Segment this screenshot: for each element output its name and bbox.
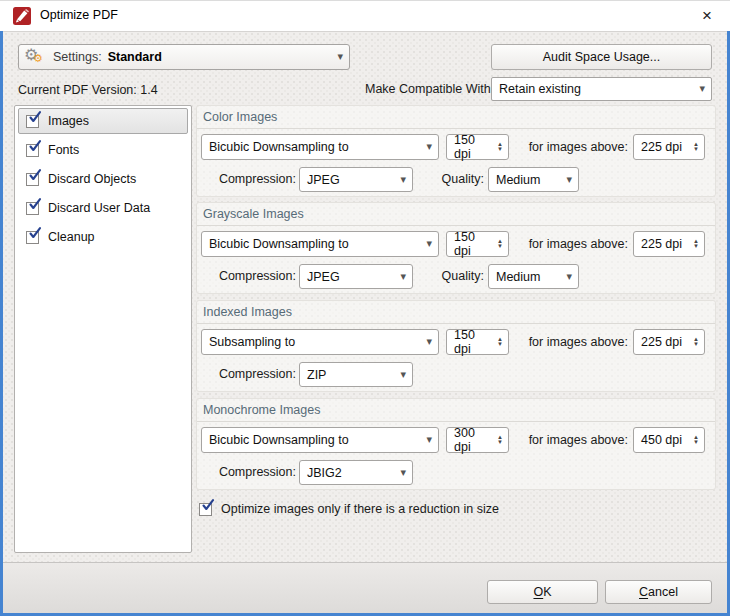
threshold-dpi-spinner[interactable]: 225 dpi ▲▼ — [633, 134, 705, 160]
section-title: Color Images — [203, 110, 277, 124]
separator — [197, 323, 715, 324]
spinner-arrows-icon[interactable]: ▲▼ — [693, 435, 699, 445]
compression-combo[interactable]: JPEG ▾ — [299, 264, 413, 289]
spinner-arrows-icon[interactable]: ▲▼ — [693, 337, 699, 347]
compression-combo[interactable]: JBIG2 ▾ — [299, 460, 413, 485]
sidebar-item-cleanup[interactable]: Cleanup — [18, 224, 188, 250]
audit-space-usage-button[interactable]: Audit Space Usage... — [491, 44, 712, 70]
spinner-arrows-icon[interactable]: ▲▼ — [693, 142, 699, 152]
checkbox-checked-icon[interactable] — [26, 202, 39, 215]
chevron-down-icon: ▾ — [337, 50, 343, 63]
chevron-down-icon: ▾ — [400, 173, 406, 186]
settings-value: Standard — [108, 50, 162, 64]
threshold-dpi-spinner[interactable]: 225 dpi ▲▼ — [633, 231, 705, 257]
current-pdf-version-text: Current PDF Version: 1.4 — [18, 83, 158, 97]
for-images-above-label: for images above: — [495, 335, 628, 349]
compression-combo[interactable]: ZIP ▾ — [299, 362, 413, 387]
downsample-method-combo[interactable]: Bicubic Downsampling to ▾ — [201, 231, 439, 257]
compression-combo[interactable]: JPEG ▾ — [299, 167, 413, 192]
separator — [197, 225, 715, 226]
category-listbox: Images Fonts Discard Objects Discard Use… — [14, 105, 192, 553]
section-grayscale-images: Grayscale Images Bicubic Downsampling to… — [196, 202, 716, 294]
checkbox-checked-icon[interactable] — [26, 231, 39, 244]
titlebar[interactable]: Optimize PDF × — [0, 1, 730, 31]
section-title: Monochrome Images — [203, 403, 320, 417]
section-title: Indexed Images — [203, 305, 292, 319]
optimize-only-checkbox-row[interactable]: Optimize images only if there is a reduc… — [199, 502, 499, 516]
checkbox-checked-icon[interactable] — [26, 144, 39, 157]
settings-label: Settings: — [53, 50, 102, 64]
window-title: Optimize PDF — [40, 8, 118, 22]
section-title: Grayscale Images — [203, 207, 304, 221]
checkbox-checked-icon[interactable] — [26, 173, 39, 186]
close-icon[interactable]: × — [694, 5, 720, 27]
chevron-down-icon: ▾ — [426, 335, 432, 348]
settings-combo[interactable]: ⚙ ⚙ Settings: Standard ▾ — [18, 44, 350, 70]
compression-label: Compression: — [197, 465, 296, 479]
sidebar-item-discard-user-data[interactable]: Discard User Data — [18, 195, 188, 221]
quality-label: Quality: — [407, 269, 484, 283]
make-compatible-combo[interactable]: Retain existing ▾ — [491, 77, 712, 101]
cancel-button[interactable]: Cancel — [605, 580, 712, 604]
for-images-above-label: for images above: — [495, 433, 628, 447]
chevron-down-icon: ▾ — [400, 270, 406, 283]
quality-combo[interactable]: Medium ▾ — [488, 167, 579, 192]
chevron-down-icon: ▾ — [566, 270, 572, 283]
section-monochrome-images: Monochrome Images Bicubic Downsampling t… — [196, 398, 716, 490]
threshold-dpi-spinner[interactable]: 450 dpi ▲▼ — [633, 427, 705, 453]
downsample-method-combo[interactable]: Bicubic Downsampling to ▾ — [201, 134, 439, 160]
checkbox-checked-icon[interactable] — [26, 115, 39, 128]
app-icon — [13, 7, 31, 25]
downsample-method-combo[interactable]: Subsampling to ▾ — [201, 329, 439, 355]
quality-label: Quality: — [407, 172, 484, 186]
chevron-down-icon: ▾ — [400, 368, 406, 381]
chevron-down-icon: ▾ — [400, 466, 406, 479]
compression-label: Compression: — [197, 269, 296, 283]
quality-combo[interactable]: Medium ▾ — [488, 264, 579, 289]
make-compatible-label: Make Compatible With: — [365, 82, 494, 96]
section-color-images: Color Images Bicubic Downsampling to ▾ 1… — [196, 105, 716, 197]
chevron-down-icon: ▾ — [699, 82, 705, 95]
ok-button[interactable]: OK — [487, 580, 598, 604]
chevron-down-icon: ▾ — [566, 173, 572, 186]
spinner-arrows-icon[interactable]: ▲▼ — [693, 239, 699, 249]
for-images-above-label: for images above: — [495, 140, 628, 154]
dialog-body: ⚙ ⚙ Settings: Standard ▾ Audit Space Usa… — [0, 31, 730, 616]
sidebar-item-discard-objects[interactable]: Discard Objects — [18, 166, 188, 192]
optimize-only-label: Optimize images only if there is a reduc… — [221, 502, 499, 516]
compression-label: Compression: — [197, 172, 296, 186]
downsample-method-combo[interactable]: Bicubic Downsampling to ▾ — [201, 427, 439, 453]
chevron-down-icon: ▾ — [426, 433, 432, 446]
sidebar-item-fonts[interactable]: Fonts — [18, 137, 188, 163]
chevron-down-icon: ▾ — [426, 237, 432, 250]
for-images-above-label: for images above: — [495, 237, 628, 251]
optimize-pdf-dialog: Optimize PDF × ⚙ ⚙ Settings: Standard ▾ … — [0, 0, 730, 616]
chevron-down-icon: ▾ — [426, 140, 432, 153]
footer-bar: OK Cancel — [3, 562, 727, 613]
threshold-dpi-spinner[interactable]: 225 dpi ▲▼ — [633, 329, 705, 355]
settings-gear-icon: ⚙ ⚙ — [26, 48, 46, 66]
checkbox-checked-icon[interactable] — [199, 503, 212, 516]
sidebar-item-images[interactable]: Images — [18, 108, 188, 134]
compression-label: Compression: — [197, 367, 296, 381]
section-indexed-images: Indexed Images Subsampling to ▾ 150 dpi … — [196, 300, 716, 392]
separator — [197, 421, 715, 422]
separator — [197, 128, 715, 129]
